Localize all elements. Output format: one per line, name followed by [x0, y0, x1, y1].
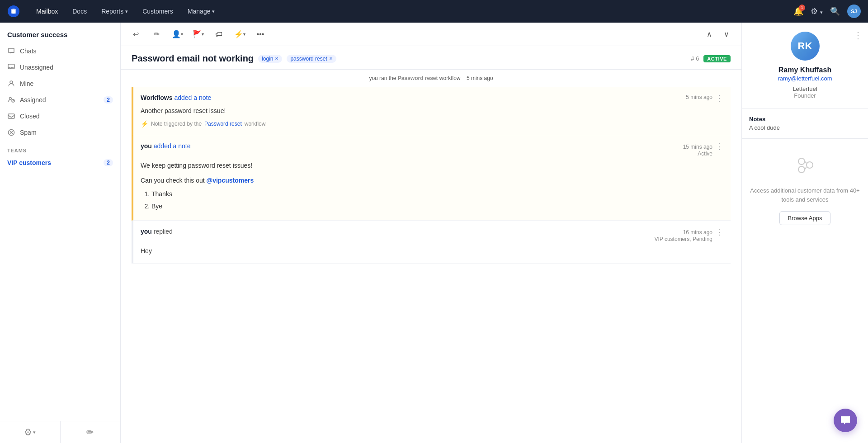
app-logo[interactable]	[7, 5, 20, 18]
sidebar-nav: Chats Unassigned Mine Assigned 2	[0, 43, 120, 142]
browse-apps-button[interactable]: Browse Apps	[779, 211, 831, 225]
system-message: you ran the Password reset workflow 5 mi…	[132, 70, 731, 87]
entry-more-3[interactable]: ⋮	[715, 228, 723, 236]
workflow-trigger-icon: ⚡	[141, 120, 148, 127]
conversation-number: # 6	[691, 55, 699, 62]
settings-chevron-icon: ▾	[33, 429, 36, 435]
entry-body-2: We keep getting password reset issues! C…	[141, 160, 723, 211]
assign-button[interactable]: 👤 ▾	[170, 27, 185, 42]
sidebar-item-mine[interactable]: Mine	[0, 75, 120, 92]
tag-login[interactable]: login ✕	[258, 55, 282, 63]
apps-integration-icon	[793, 153, 817, 181]
entry-time-3: 16 mins ago VIP customers, Pending ⋮	[654, 228, 723, 242]
entry-reply-header: you replied 16 mins ago VIP customers, P…	[141, 228, 723, 242]
flag-chevron-icon: ▾	[202, 32, 204, 37]
sidebar-item-spam[interactable]: Spam	[0, 124, 120, 141]
main-content: ↩ ✏ 👤 ▾ 🚩 ▾ 🏷 ⚡ ▾ •••	[121, 23, 741, 443]
entry-author-you: you added a note	[141, 142, 191, 150]
conversation-timeline: you ran the Password reset workflow 5 mi…	[121, 70, 741, 264]
entry-more-2[interactable]: ⋮	[715, 142, 723, 151]
entry-time-1: 5 mins ago ⋮	[686, 94, 723, 102]
notes-label: Notes	[749, 116, 861, 123]
more-button[interactable]: •••	[253, 27, 268, 42]
customer-more-button[interactable]: ⋮	[854, 30, 863, 41]
you-added-note-link[interactable]: added a note	[154, 142, 191, 150]
main-layout: Customer success Chats Unassigned Mine	[0, 23, 868, 443]
search-icon[interactable]: 🔍	[830, 6, 840, 16]
svg-point-3	[10, 81, 13, 84]
conversation-meta: # 6 ACTIVE	[691, 55, 731, 62]
entry-time-2: 15 mins ago Active ⋮	[683, 142, 723, 157]
sidebar-item-unassigned[interactable]: Unassigned	[0, 59, 120, 75]
status-badge: ACTIVE	[703, 55, 731, 62]
notification-badge: 1	[799, 5, 805, 11]
edit-button[interactable]: ✏	[149, 27, 164, 42]
workflow-name-link[interactable]: Password reset	[204, 121, 242, 127]
sidebar-item-vip-customers[interactable]: VIP customers 2	[0, 155, 120, 170]
undo-button[interactable]: ↩	[128, 27, 143, 42]
more-icon: •••	[257, 30, 264, 38]
nav-manage[interactable]: Manage ▾	[186, 6, 217, 17]
assign-chevron-icon: ▾	[181, 32, 183, 37]
toolbar: ↩ ✏ 👤 ▾ 🚩 ▾ 🏷 ⚡ ▾ •••	[121, 23, 741, 46]
tag-password-reset-close[interactable]: ✕	[329, 56, 333, 61]
svg-point-4	[9, 98, 12, 100]
entry-author-reply: you replied	[141, 228, 173, 235]
svg-line-12	[805, 167, 807, 170]
sidebar-item-chats[interactable]: Chats	[0, 43, 120, 59]
sidebar-compose-btn[interactable]: ✏	[61, 421, 121, 443]
conversation: Password email not working login ✕ passw…	[121, 46, 741, 443]
reports-chevron-icon: ▾	[125, 9, 128, 14]
entry-workflow-header: Workflows added a note 5 mins ago ⋮	[141, 94, 723, 102]
tag-password-reset[interactable]: password reset ✕	[287, 55, 336, 63]
apps-description: Access additional customer data from 40+…	[749, 186, 861, 204]
nav-mailbox[interactable]: Mailbox	[34, 6, 60, 17]
svg-line-11	[805, 161, 807, 163]
user-avatar[interactable]: SJ	[847, 5, 861, 18]
added-note-link[interactable]: added a note	[174, 94, 211, 101]
sidebar-item-assigned[interactable]: Assigned 2	[0, 92, 120, 108]
mention-vipcustomers: @vipcustomers	[207, 177, 254, 184]
entry-you-header: you added a note 15 mins ago Active ⋮	[141, 142, 723, 157]
sidebar: Customer success Chats Unassigned Mine	[0, 23, 121, 443]
label-button[interactable]: 🏷	[211, 27, 226, 42]
customer-avatar: RK	[791, 32, 820, 61]
nav-up-button[interactable]: ∧	[702, 27, 717, 42]
chat-fab-button[interactable]	[834, 409, 857, 432]
inbox-icon	[7, 63, 15, 71]
flag-icon: 🚩	[193, 30, 202, 38]
entry-more-1[interactable]: ⋮	[715, 94, 723, 102]
entry-you-note: you added a note 15 mins ago Active ⋮	[132, 135, 731, 221]
customer-email[interactable]: ramy@letterfuel.com	[778, 75, 832, 82]
flag-button[interactable]: 🚩 ▾	[190, 27, 206, 42]
notification-icon[interactable]: 🔔 1	[793, 6, 803, 16]
customer-name: Ramy Khuffash	[778, 66, 831, 74]
customer-card: RK Ramy Khuffash ramy@letterfuel.com Let…	[742, 23, 868, 108]
compose-icon: ✏	[86, 427, 94, 438]
right-panel: RK Ramy Khuffash ramy@letterfuel.com Let…	[741, 23, 868, 443]
assign-icon	[7, 96, 15, 104]
nav-docs[interactable]: Docs	[71, 6, 89, 17]
undo-icon: ↩	[133, 30, 139, 38]
assign-person-icon: 👤	[172, 30, 181, 38]
svg-point-9	[807, 162, 813, 168]
nav-down-button[interactable]: ∨	[719, 27, 734, 42]
chat-icon	[7, 47, 15, 55]
workflow-button[interactable]: ⚡ ▾	[232, 27, 247, 42]
svg-point-10	[798, 166, 805, 173]
settings-icon[interactable]: ⚙ ▾	[811, 6, 823, 16]
workflow-trigger-note: ⚡ Note triggered by the Password reset w…	[141, 120, 723, 127]
sidebar-item-closed[interactable]: Closed	[0, 108, 120, 124]
spam-icon	[7, 128, 15, 137]
entry-status-2: Active	[683, 151, 712, 157]
tag-login-close[interactable]: ✕	[275, 56, 278, 61]
entry-body-3: Hey	[141, 246, 723, 256]
nav-right: 🔔 1 ⚙ ▾ 🔍 SJ	[793, 5, 861, 18]
nav-customers[interactable]: Customers	[141, 6, 175, 17]
nav-reports[interactable]: Reports ▾	[99, 6, 130, 17]
sidebar-settings-btn[interactable]: ⚙ ▾	[0, 421, 61, 443]
notes-section: Notes A cool dude	[742, 108, 868, 139]
vip-badge: 2	[104, 159, 113, 166]
customer-role: Founder	[794, 92, 816, 99]
entry-author-workflows: Workflows added a note	[141, 94, 211, 101]
